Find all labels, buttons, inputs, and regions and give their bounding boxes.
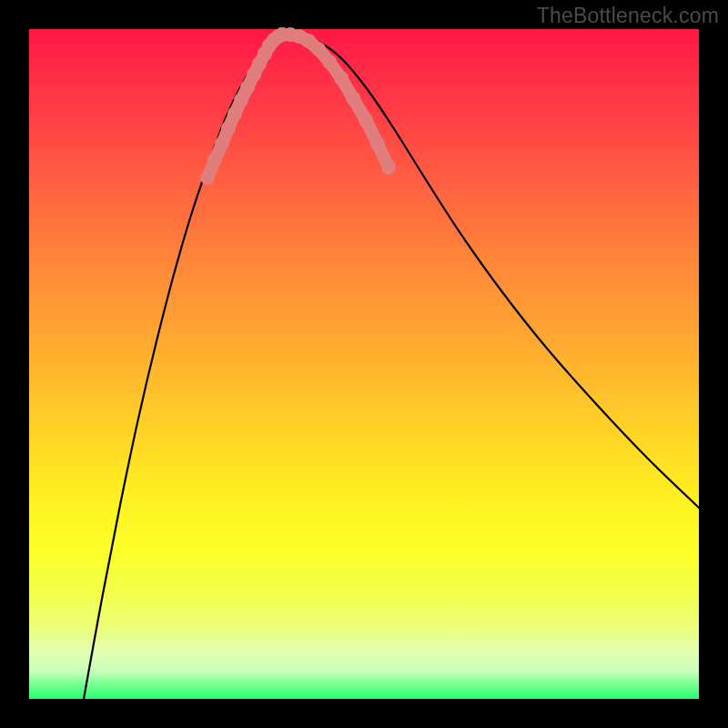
chart-frame: TheBottleneck.com	[0, 0, 728, 728]
curve-left	[84, 35, 282, 699]
dot	[334, 71, 349, 86]
dot	[240, 80, 255, 95]
curve-right	[282, 35, 699, 508]
dot-cluster-left	[200, 27, 289, 185]
dot	[234, 93, 248, 107]
dot	[381, 160, 396, 175]
dot	[311, 42, 326, 56]
dot	[207, 153, 222, 167]
dot	[322, 55, 337, 69]
dot	[346, 91, 360, 106]
plot-area	[29, 29, 699, 699]
dot-cluster-right	[275, 27, 396, 175]
dot	[221, 121, 236, 136]
curve-layer	[29, 29, 699, 699]
dot	[370, 136, 385, 151]
dot	[215, 136, 229, 151]
dot	[359, 113, 373, 127]
dot	[228, 106, 242, 121]
dot	[200, 170, 215, 185]
watermark-text: TheBottleneck.com	[537, 4, 719, 28]
